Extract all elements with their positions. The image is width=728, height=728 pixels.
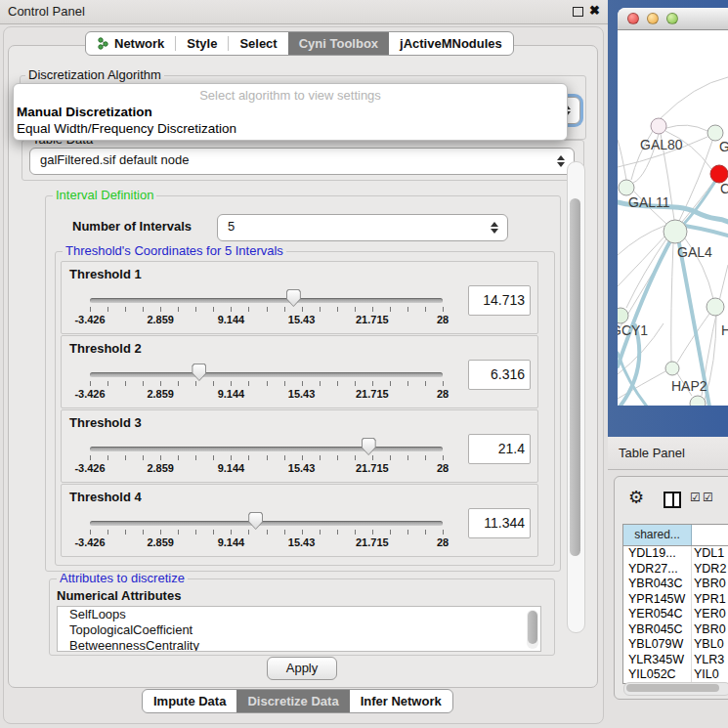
- cell-shared-name[interactable]: YPR145W: [628, 592, 691, 608]
- threshold-2-slider[interactable]: [90, 372, 443, 377]
- table-row[interactable]: YER054CYER0: [623, 607, 728, 622]
- cell-shared-name[interactable]: YIL052C: [628, 667, 691, 683]
- table-row[interactable]: YBR045CYBR0: [623, 622, 728, 638]
- slider-thumb[interactable]: [286, 289, 301, 307]
- cell-name[interactable]: YBR0: [694, 622, 726, 638]
- list-item[interactable]: TopologicalCoefficient: [58, 622, 540, 638]
- table-row[interactable]: YLR345WYLR3: [623, 653, 728, 668]
- cell-shared-name[interactable]: YDL19...: [628, 546, 691, 562]
- list-scrollbar[interactable]: [527, 610, 538, 649]
- threshold-2-box: Threshold 2 -3.4262.8599.14415.4321.7152…: [61, 335, 538, 408]
- cell-shared-name[interactable]: YBR043C: [628, 577, 691, 592]
- network-view[interactable]: GAL80GACGAL11GAL4GCY1HHAP2: [618, 30, 728, 406]
- threshold-1-box: Threshold 1 -3.4262.8599.14415.4321.7152…: [61, 261, 538, 334]
- network-node-label: GAL80: [640, 137, 683, 152]
- threshold-4-value-field[interactable]: 11.344: [468, 508, 531, 538]
- checkbox-icon[interactable]: ☑: [690, 491, 701, 504]
- network-node[interactable]: [707, 298, 724, 316]
- threshold-4-slider[interactable]: [90, 521, 443, 526]
- tab-impute-data[interactable]: Impute Data: [143, 690, 236, 712]
- float-window-icon[interactable]: [573, 7, 583, 17]
- close-icon[interactable]: ✖: [589, 3, 600, 18]
- close-traffic-light-icon[interactable]: [627, 13, 639, 24]
- tab-label: Network: [114, 36, 164, 51]
- cell-name[interactable]: YBR0: [694, 577, 726, 592]
- tab-discretize-data[interactable]: Discretize Data: [236, 690, 349, 712]
- table-row[interactable]: YDL19...YDL1: [623, 546, 728, 562]
- stepper-icon: [557, 155, 566, 167]
- threshold-2-value-field[interactable]: 6.316: [468, 360, 531, 390]
- table-data-value: galFiltered.sif default node: [40, 152, 189, 167]
- cell-shared-name[interactable]: YLR345W: [628, 653, 691, 668]
- checkbox-icon[interactable]: ☑: [703, 491, 713, 504]
- dropdown-placeholder: Select algorithm to view settings: [14, 88, 567, 103]
- tab-cyni-toolbox[interactable]: Cyni Toolbox: [288, 32, 389, 55]
- network-node-label: GAL11: [628, 194, 670, 210]
- cell-name[interactable]: YDR2: [694, 562, 726, 578]
- tab-label: Discretize Data: [247, 694, 338, 708]
- stepper-icon: [491, 222, 499, 234]
- dropdown-option-manual[interactable]: Manual Discretization: [17, 105, 152, 119]
- slider-thumb[interactable]: [192, 364, 206, 381]
- table-panel-title: Table Panel: [619, 446, 685, 460]
- network-node[interactable]: [618, 308, 628, 323]
- columns-icon[interactable]: [664, 492, 681, 508]
- slider-thumb[interactable]: [362, 438, 376, 455]
- table-row[interactable]: YBL079WYBL0: [623, 637, 728, 653]
- tab-label: Infer Network: [361, 694, 442, 708]
- network-node[interactable]: [651, 118, 666, 134]
- table-row[interactable]: YIL052CYIL0: [623, 667, 728, 683]
- slider-thumb[interactable]: [248, 512, 263, 530]
- list-item[interactable]: SelfLoops: [58, 607, 540, 622]
- network-graph: GAL80GACGAL11GAL4GCY1HHAP2: [618, 30, 728, 406]
- tab-style[interactable]: Style: [176, 32, 228, 55]
- cell-name[interactable]: YPR1: [694, 592, 726, 608]
- number-of-intervals-combobox[interactable]: 5: [217, 214, 508, 241]
- threshold-3-slider[interactable]: [90, 447, 443, 451]
- threshold-1-value-field[interactable]: 14.713: [468, 285, 531, 316]
- thresholds-group-title: Threshold's Coordinates for 5 Intervals: [63, 244, 286, 258]
- zoom-traffic-light-icon[interactable]: [666, 13, 678, 24]
- cell-name[interactable]: YBL0: [694, 637, 724, 653]
- table-horizontal-scrollbar[interactable]: [623, 682, 728, 696]
- app-root: Control Panel ✖ Network Style Select Cyn…: [0, 0, 728, 728]
- network-node-label: GAL4: [677, 244, 712, 260]
- cell-shared-name[interactable]: YDR27...: [628, 562, 691, 578]
- network-node[interactable]: [619, 180, 634, 195]
- network-node[interactable]: [690, 396, 706, 406]
- cell-name[interactable]: YER0: [694, 607, 726, 622]
- table-row[interactable]: YBR043CYBR0: [623, 577, 728, 592]
- list-item[interactable]: BetweennessCentrality: [58, 638, 540, 652]
- tab-select[interactable]: Select: [229, 32, 287, 55]
- threshold-1-slider[interactable]: [90, 298, 443, 303]
- cell-name[interactable]: YLR3: [694, 653, 724, 668]
- scrollbar-thumb[interactable]: [626, 684, 719, 692]
- gear-icon[interactable]: ⚙: [628, 487, 644, 508]
- scrollbar-thumb[interactable]: [570, 198, 580, 556]
- dropdown-option-equal-width[interactable]: Equal Width/Frequency Discretization: [17, 121, 236, 136]
- cell-shared-name[interactable]: YBR045C: [628, 622, 691, 638]
- table-row[interactable]: YPR145WYPR1: [623, 592, 728, 608]
- threshold-3-value-field[interactable]: 21.4: [468, 434, 531, 464]
- tab-jactivemnodules[interactable]: jActiveMNodules: [389, 32, 513, 55]
- panel-scrollbar[interactable]: [567, 161, 585, 633]
- table-data-combobox[interactable]: galFiltered.sif default node: [29, 148, 575, 175]
- slider-ticks: -3.4262.8599.14415.4321.71528: [62, 455, 537, 479]
- cell-name[interactable]: YIL0: [694, 667, 719, 683]
- tab-network[interactable]: Network: [86, 32, 175, 55]
- slider-ticks: -3.4262.8599.14415.4321.71528: [62, 307, 537, 330]
- minimize-traffic-light-icon[interactable]: [647, 13, 659, 24]
- cell-shared-name[interactable]: YER054C: [628, 607, 691, 622]
- cell-name[interactable]: YDL1: [694, 546, 724, 562]
- network-node[interactable]: [665, 362, 679, 375]
- cell-shared-name[interactable]: YBL079W: [628, 637, 691, 653]
- table-row[interactable]: YDR27...YDR2: [623, 562, 728, 578]
- network-window-titlebar[interactable]: [618, 8, 728, 30]
- column-header-shared-name[interactable]: shared...: [623, 525, 692, 545]
- column-header-name[interactable]: na: [692, 525, 728, 545]
- apply-button[interactable]: Apply: [267, 657, 337, 680]
- interval-definition-title: Interval Definition: [53, 189, 156, 202]
- numerical-attributes-list: SelfLoops TopologicalCoefficient Between…: [57, 606, 541, 652]
- tab-infer-network[interactable]: Infer Network: [350, 690, 452, 712]
- network-node[interactable]: [664, 220, 687, 243]
